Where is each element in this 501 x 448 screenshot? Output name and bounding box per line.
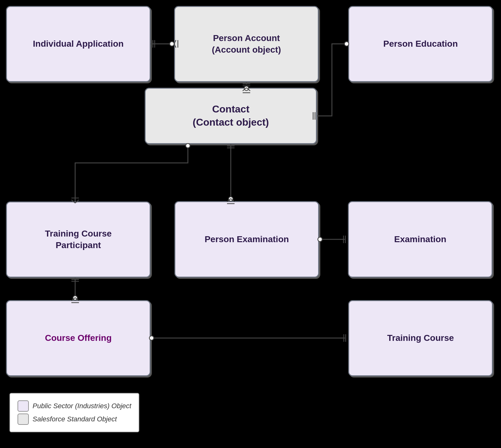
node-contact[interactable]: Contact(Contact object) — [145, 88, 317, 144]
node-person-education[interactable]: Person Education — [348, 6, 493, 82]
legend-box-purple — [18, 400, 29, 412]
svg-point-45 — [73, 296, 77, 300]
svg-point-27 — [186, 143, 190, 148]
svg-point-13 — [170, 42, 174, 46]
node-course-offering[interactable]: Course Offering — [6, 300, 151, 376]
node-training-course[interactable]: Training Course — [348, 300, 493, 376]
node-training-course-participant[interactable]: Training CourseParticipant — [6, 201, 151, 278]
node-person-account[interactable]: Person Account(Account object) — [174, 6, 319, 82]
diagram-container: Individual Application Person Account(Ac… — [0, 0, 501, 448]
node-individual-application[interactable]: Individual Application — [6, 6, 151, 82]
node-examination[interactable]: Examination — [348, 201, 493, 278]
legend-box-gray — [18, 414, 29, 425]
legend: Public Sector (Industries) Object Salesf… — [9, 393, 139, 432]
svg-point-34 — [229, 197, 233, 201]
node-person-examination[interactable]: Person Examination — [174, 201, 319, 278]
legend-item-salesforce-standard: Salesforce Standard Object — [18, 414, 131, 425]
legend-item-public-sector: Public Sector (Industries) Object — [18, 400, 131, 412]
